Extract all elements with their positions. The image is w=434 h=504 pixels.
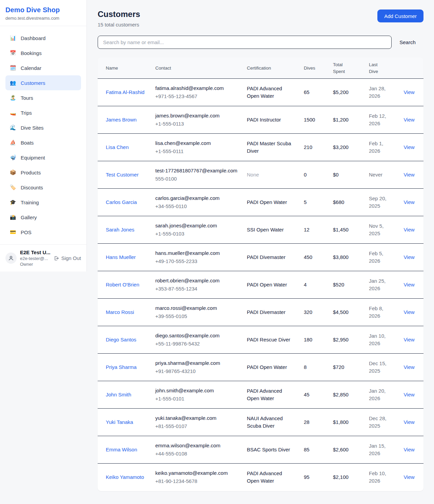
sidebar-item-label: Trips <box>21 110 32 116</box>
view-link[interactable]: View <box>403 144 414 150</box>
sidebar-item-bookings[interactable]: 📅 Bookings <box>5 45 81 60</box>
tours-icon: 🏝️ <box>9 95 16 101</box>
view-link[interactable]: View <box>403 199 414 205</box>
view-link[interactable]: View <box>403 447 414 452</box>
view-link[interactable]: View <box>403 419 414 425</box>
view-link[interactable]: View <box>403 392 414 397</box>
customer-total-spent: $4,500 <box>329 299 365 326</box>
customer-email: emma.wilson@example.com <box>155 442 239 450</box>
customer-total-spent: $2,850 <box>329 381 365 409</box>
sidebar-item-gallery[interactable]: 📸 Gallery <box>5 210 81 225</box>
dive-sites-icon: 🌊 <box>9 125 16 131</box>
sidebar-item-equipment[interactable]: 🤿 Equipment <box>5 150 81 165</box>
table-row: Yuki Tanaka yuki.tanaka@example.com +81-… <box>98 409 423 436</box>
customer-name-link[interactable]: Test Customer <box>106 172 139 178</box>
sidebar-item-label: Bookings <box>21 50 42 56</box>
customer-email: test-1772681807767@example.com <box>155 167 239 175</box>
dashboard-icon: 📊 <box>9 35 16 41</box>
view-link[interactable]: View <box>403 89 414 95</box>
sidebar-item-calendar[interactable]: 🗓️ Calendar <box>5 60 81 75</box>
customer-name-link[interactable]: John Smith <box>106 392 131 397</box>
sidebar-item-label: Products <box>21 170 41 175</box>
customer-certification: SSI Open Water <box>243 216 300 244</box>
customer-phone: +91-98765-43210 <box>155 368 239 375</box>
customer-phone: +34-555-0110 <box>155 203 239 210</box>
customer-phone: +1-555-0101 <box>155 395 239 403</box>
customer-name-link[interactable]: James Brown <box>106 117 137 123</box>
view-link[interactable]: View <box>403 309 414 315</box>
customer-name-link[interactable]: Emma Wilson <box>106 447 137 452</box>
customer-last-dive: Feb 5, 2026 <box>365 244 395 271</box>
customer-total-spent: $5,200 <box>329 79 365 106</box>
sidebar-item-dive-sites[interactable]: 🌊 Dive Sites <box>5 120 81 135</box>
add-customer-button[interactable]: Add Customer <box>377 10 423 22</box>
table-row: Fatima Al-Rashid fatima.alrashid@example… <box>98 79 423 106</box>
table-row: Robert O'Brien robert.obrien@example.com… <box>98 271 423 299</box>
sidebar-item-training[interactable]: 🎓 Training <box>5 195 81 210</box>
customer-last-dive: Jan 25, 2026 <box>365 271 395 299</box>
customer-count: 15 total customers <box>98 22 140 27</box>
view-link[interactable]: View <box>403 474 414 480</box>
view-link[interactable]: View <box>403 282 414 287</box>
customer-last-dive: Feb 12, 2026 <box>365 106 395 134</box>
sidebar-item-customers[interactable]: 👥 Customers <box>5 75 81 90</box>
customer-last-dive: Jan 10, 2026 <box>365 326 395 354</box>
customer-last-dive: Never <box>365 161 395 189</box>
customer-email: priya.sharma@example.com <box>155 359 239 367</box>
avatar <box>5 253 17 264</box>
customer-dives: 450 <box>300 244 329 271</box>
customer-dives: 0 <box>300 161 329 189</box>
sidebar-item-label: Calendar <box>21 65 41 71</box>
customer-total-spent: $680 <box>329 189 365 216</box>
sidebar-item-dashboard[interactable]: 📊 Dashboard <box>5 31 81 45</box>
page-title: Customers <box>98 10 140 19</box>
sidebar-item-label: Customers <box>21 80 45 86</box>
customer-name-link[interactable]: Robert O'Brien <box>106 282 139 287</box>
customer-certification: PADI Master Scuba Diver <box>243 134 300 161</box>
search-button[interactable]: Search <box>392 39 423 45</box>
customer-phone: +49-170-555-2233 <box>155 258 239 265</box>
customer-certification: PADI Open Water <box>243 189 300 216</box>
pos-icon: 💳 <box>9 229 16 235</box>
customer-name-link[interactable]: Lisa Chen <box>106 144 129 150</box>
search-input[interactable] <box>98 36 392 49</box>
table-row: Emma Wilson emma.wilson@example.com +44-… <box>98 436 423 464</box>
customer-certification: PADI Open Water <box>243 271 300 299</box>
column-header-certification: Certification <box>243 58 300 79</box>
view-link[interactable]: View <box>403 254 414 260</box>
customer-name-link[interactable]: Hans Mueller <box>106 254 136 260</box>
customer-name-link[interactable]: Sarah Jones <box>106 227 134 232</box>
sign-out-button[interactable]: Sign Out <box>54 255 81 261</box>
customer-total-spent: $1,200 <box>329 106 365 134</box>
sidebar-item-discounts[interactable]: 🏷️ Discounts <box>5 180 81 195</box>
sidebar-item-products[interactable]: 📦 Products <box>5 165 81 180</box>
customer-dives: 95 <box>300 464 329 491</box>
customer-certification: PADI Divemaster <box>243 299 300 326</box>
customer-name-link[interactable]: Carlos Garcia <box>106 199 137 205</box>
sidebar-item-boats[interactable]: ⛵ Boats <box>5 135 81 150</box>
sidebar-item-tours[interactable]: 🏝️ Tours <box>5 90 81 105</box>
customer-name-link[interactable]: Marco Rossi <box>106 309 134 315</box>
view-link[interactable]: View <box>403 117 414 123</box>
customer-name-link[interactable]: Priya Sharma <box>106 364 137 370</box>
boats-icon: ⛵ <box>9 139 16 146</box>
page-header-text: Customers 15 total customers <box>98 10 140 27</box>
customer-name-link[interactable]: Yuki Tanaka <box>106 419 133 425</box>
customer-dives: 5 <box>300 189 329 216</box>
customer-total-spent: $720 <box>329 354 365 381</box>
customer-dives: 12 <box>300 216 329 244</box>
sidebar-item-pos[interactable]: 💳 POS <box>5 225 81 240</box>
customer-name-link[interactable]: Fatima Al-Rashid <box>106 89 144 95</box>
view-link[interactable]: View <box>403 337 414 342</box>
view-link[interactable]: View <box>403 227 414 232</box>
customer-email: hans.mueller@example.com <box>155 249 239 257</box>
view-link[interactable]: View <box>403 172 414 178</box>
customer-phone: +44-555-0108 <box>155 450 239 458</box>
customers-table-card: Name Contact Certification Dives Total S… <box>98 58 423 491</box>
sidebar-item-trips[interactable]: 🚤 Trips <box>5 105 81 120</box>
customer-name-link[interactable]: Keiko Yamamoto <box>106 474 144 480</box>
view-link[interactable]: View <box>403 364 414 370</box>
customer-phone: +81-555-0107 <box>155 423 239 430</box>
customer-name-link[interactable]: Diego Santos <box>106 337 136 342</box>
table-row: James Brown james.brown@example.com +1-5… <box>98 106 423 134</box>
